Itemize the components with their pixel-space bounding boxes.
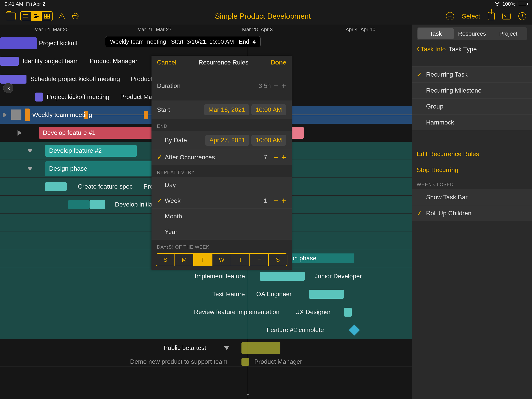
day-mon[interactable]: M [175,254,194,266]
decrement-button[interactable]: − [274,153,279,161]
occurrence-bar[interactable] [25,109,30,121]
task-bar[interactable] [0,37,37,49]
bydate-label[interactable]: By Date [165,137,187,144]
after-occurrences-label[interactable]: After Occurrences [165,154,260,161]
increment-button[interactable]: + [281,196,286,205]
milestone-diamond[interactable] [349,325,360,336]
task-bar[interactable] [241,358,249,366]
task-bar[interactable] [344,308,352,317]
roll-up-children-option[interactable]: Roll Up Children [412,205,532,221]
repeat-month[interactable]: Month [165,213,286,220]
end-time-button[interactable]: 10:00 AM [251,135,286,146]
task-row[interactable]: Review feature implementation UX Designe… [0,303,412,321]
recurrence-popover: Cancel Recurrence Rules Done Duration 3.… [152,56,292,270]
task-label: Schedule project kickoff meeting [30,75,120,83]
task-row[interactable]: Implement feature Junior Developer [0,267,412,285]
task-resource: Product Manager [254,358,302,365]
status-time: 9:41 AM [5,1,23,7]
task-bar[interactable]: Develop feature #2 [45,145,137,157]
increment-button[interactable]: + [281,81,286,90]
task-label: Design phase [49,165,87,172]
svg-rect-8 [44,17,47,18]
warnings-button[interactable] [57,12,66,21]
day-sun[interactable]: S [156,254,175,266]
view-mode-switcher[interactable] [20,11,53,21]
svg-rect-7 [47,14,50,16]
edit-recurrence-button[interactable]: Edit Recurrence Rules [412,146,532,162]
decrement-button[interactable]: − [274,196,279,205]
task-bar[interactable] [89,200,105,209]
select-button[interactable]: Select [462,13,480,20]
recurring-handle[interactable] [11,109,21,120]
task-bar[interactable] [45,182,67,191]
task-resource: Junior Developer [315,273,362,280]
chevron-left-icon [417,45,420,53]
date-column: Mar 21–Mar 27 [103,25,206,34]
inspector-icon[interactable]: i [518,12,526,20]
view-gantt-icon[interactable] [31,12,42,21]
repeat-day[interactable]: Day [165,181,286,189]
day-of-week-picker[interactable]: S M T W T F S [156,253,287,266]
tab-task[interactable]: Task [418,28,454,39]
add-button[interactable]: + [446,12,454,20]
type-recurring-milestone[interactable]: Recurring Milestone [412,82,532,98]
task-bar[interactable] [309,290,344,299]
end-date-button[interactable]: Apr 27, 2021 [205,135,249,146]
view-outline-icon[interactable] [21,12,31,21]
done-button[interactable]: Done [271,59,286,66]
task-bar[interactable] [241,342,280,354]
task-bar[interactable] [260,272,305,281]
documents-button[interactable] [6,12,16,20]
task-row[interactable]: Demo new product to support team Product… [0,357,412,367]
chevron-down-icon[interactable] [224,346,229,350]
task-bar[interactable] [0,57,19,66]
type-recurring-task[interactable]: Recurring Task [412,66,532,82]
task-bar[interactable]: Design phase [45,161,166,176]
duration-label: Duration [157,82,259,90]
tab-resources[interactable]: Resources [454,28,490,39]
expand-icon[interactable] [18,130,22,135]
inspector-tabs[interactable]: Task Resources Project [417,27,527,40]
view-board-icon[interactable] [42,12,52,21]
repeat-year[interactable]: Year [165,228,286,236]
show-task-bar-option[interactable]: Show Task Bar [412,189,532,205]
share-icon[interactable] [488,12,495,20]
type-group[interactable]: Group [412,98,532,114]
start-date-button[interactable]: Mar 16, 2021 [204,104,249,115]
task-row[interactable]: Test feature QA Engineer [0,285,412,303]
stop-recurring-button[interactable]: Stop Recurring [412,162,532,178]
date-column: Mar 14–Mar 20 [0,25,103,34]
repeat-week[interactable]: Week [165,197,260,204]
task-label: Identify project team [23,58,79,65]
catch-up-button[interactable] [71,12,80,21]
task-label: Test feature [212,290,245,298]
svg-rect-9 [47,17,50,18]
cancel-button[interactable]: Cancel [157,59,177,66]
gantt-chart[interactable]: Mar 14–Mar 20 Mar 21–Mar 27 Mar 28–Apr 3… [0,25,412,399]
chevron-down-icon[interactable] [27,149,33,153]
task-bar[interactable] [35,93,43,102]
increment-button[interactable]: + [281,153,286,161]
day-wed[interactable]: W [212,254,231,266]
task-row[interactable]: Public beta test [0,339,412,357]
start-time-button[interactable]: 10:00 AM [251,104,286,115]
duration-value: 3.5h [259,82,271,90]
day-thu[interactable]: T [231,254,250,266]
occurrence-bar[interactable] [144,111,148,119]
type-hammock[interactable]: Hammock [412,114,532,130]
chevron-down-icon[interactable] [27,167,33,171]
play-icon[interactable] [3,112,7,118]
day-sat[interactable]: S [269,254,287,266]
collapse-sidebar-button[interactable]: « [3,83,13,93]
day-tue[interactable]: T [194,254,212,266]
day-fri[interactable]: F [250,254,269,266]
back-button[interactable]: Task Info [417,45,446,53]
tab-project[interactable]: Project [490,28,526,39]
console-icon[interactable] [502,13,511,19]
status-date: Fri Apr 2 [26,1,45,7]
task-bar[interactable] [68,200,89,209]
decrement-button[interactable]: − [274,81,279,90]
task-bar[interactable] [0,75,26,84]
project-title: Simple Product Development [84,12,441,20]
task-row[interactable]: Feature #2 complete [0,321,412,339]
